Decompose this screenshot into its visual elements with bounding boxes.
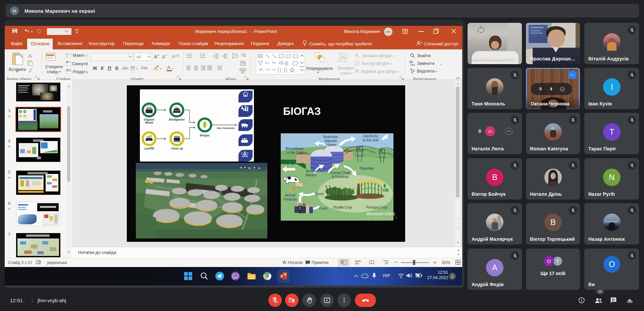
svg-text:Principal Crop: Principal Crop xyxy=(366,206,387,209)
svg-text:Animal: Animal xyxy=(306,169,316,173)
svg-text:Waste: Waste xyxy=(145,121,153,124)
svg-text:Animal: Animal xyxy=(285,193,296,197)
svg-text:CIB: CIB xyxy=(383,188,388,192)
svg-text:Anaerobic: Anaerobic xyxy=(323,135,338,139)
svg-text:Products: Products xyxy=(283,197,297,201)
svg-text:Biodigestor: Biodigestor xyxy=(169,118,185,121)
svg-text:System: System xyxy=(325,143,336,147)
svg-text:Biomethane: Biomethane xyxy=(285,147,304,150)
svg-text:Energy Crops: Energy Crops xyxy=(330,171,351,175)
svg-text:U N I V E R S I T Y: U N I V E R S I T Y xyxy=(364,217,398,219)
svg-text:Feed: Feed xyxy=(316,192,324,196)
svg-text:Clean up: Clean up xyxy=(171,147,183,150)
svg-text:Electricity: Electricity xyxy=(364,134,378,138)
svg-text:Food: Food xyxy=(319,207,327,210)
svg-text:MICHIGAN STATE: MICHIGAN STATE xyxy=(367,212,395,216)
svg-text:Digester: Digester xyxy=(324,139,337,143)
svg-text:to the Grid: to the Grid xyxy=(287,151,303,154)
svg-text:Double Crop: Double Crop xyxy=(333,206,352,209)
svg-text:БІОГАЗ: БІОГАЗ xyxy=(283,105,321,117)
svg-text:Digestate: Digestate xyxy=(360,167,374,170)
svg-text:Wastes: Wastes xyxy=(306,173,317,177)
svg-text:to the Grid: to the Grid xyxy=(363,138,379,142)
svg-text:Biogas: Biogas xyxy=(200,134,210,137)
svg-text:& Residues: & Residues xyxy=(332,175,349,179)
svg-text:Landfill: Landfill xyxy=(144,147,154,150)
svg-text:P: P xyxy=(281,274,283,278)
svg-text:Gas Networks: Gas Networks xyxy=(217,127,235,130)
